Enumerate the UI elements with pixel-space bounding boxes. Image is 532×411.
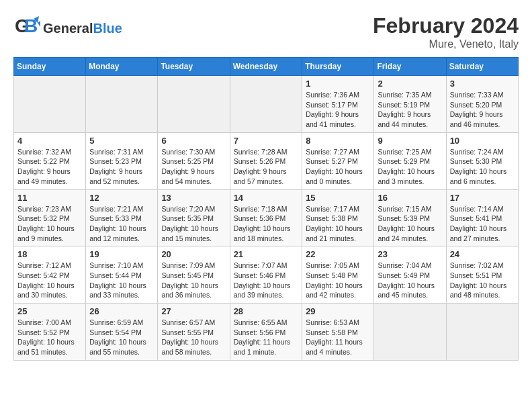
day-info: Sunrise: 7:23 AM Sunset: 5:32 PM Dayligh… [17, 204, 82, 244]
day-info: Sunrise: 7:10 AM Sunset: 5:44 PM Dayligh… [89, 261, 154, 300]
day-number: 8 [306, 136, 370, 146]
svg-marker-3 [38, 20, 40, 27]
day-number: 4 [17, 136, 82, 146]
day-number: 21 [234, 249, 299, 259]
day-number: 13 [161, 193, 226, 203]
day-info: Sunrise: 7:20 AM Sunset: 5:35 PM Dayligh… [161, 204, 226, 244]
calendar-cell [86, 76, 158, 133]
day-info: Sunrise: 7:35 AM Sunset: 5:19 PM Dayligh… [378, 90, 442, 130]
weekday-header-row: SundayMondayTuesdayWednesdayThursdayFrid… [14, 58, 519, 76]
calendar-cell: 12Sunrise: 7:21 AM Sunset: 5:33 PM Dayli… [86, 189, 158, 246]
day-info: Sunrise: 6:59 AM Sunset: 5:54 PM Dayligh… [89, 318, 154, 357]
calendar-cell: 29Sunrise: 6:53 AM Sunset: 5:58 PM Dayli… [302, 304, 374, 361]
calendar-cell [158, 76, 230, 133]
calendar-cell: 4Sunrise: 7:32 AM Sunset: 5:22 PM Daylig… [14, 132, 86, 189]
day-info: Sunrise: 7:31 AM Sunset: 5:23 PM Dayligh… [89, 147, 154, 187]
day-number: 3 [450, 79, 515, 89]
day-number: 10 [450, 136, 515, 146]
calendar-cell: 17Sunrise: 7:14 AM Sunset: 5:41 PM Dayli… [446, 189, 518, 246]
weekday-header-tuesday: Tuesday [158, 58, 230, 76]
day-info: Sunrise: 7:21 AM Sunset: 5:33 PM Dayligh… [89, 204, 154, 244]
calendar-cell: 28Sunrise: 6:55 AM Sunset: 5:56 PM Dayli… [230, 304, 302, 361]
calendar-cell: 7Sunrise: 7:28 AM Sunset: 5:26 PM Daylig… [230, 132, 302, 189]
month-year: February 2024 [373, 13, 519, 38]
day-info: Sunrise: 7:24 AM Sunset: 5:30 PM Dayligh… [450, 147, 515, 187]
calendar-cell: 11Sunrise: 7:23 AM Sunset: 5:32 PM Dayli… [14, 189, 86, 246]
weekday-header-saturday: Saturday [446, 58, 518, 76]
calendar-cell: 3Sunrise: 7:33 AM Sunset: 5:20 PM Daylig… [446, 76, 518, 133]
day-info: Sunrise: 6:57 AM Sunset: 5:55 PM Dayligh… [161, 318, 226, 357]
calendar-cell: 16Sunrise: 7:15 AM Sunset: 5:39 PM Dayli… [374, 189, 446, 246]
day-number: 6 [161, 136, 226, 146]
calendar-cell: 15Sunrise: 7:17 AM Sunset: 5:38 PM Dayli… [302, 189, 374, 246]
day-number: 26 [89, 306, 154, 316]
calendar-week-5: 25Sunrise: 7:00 AM Sunset: 5:52 PM Dayli… [14, 304, 519, 361]
day-info: Sunrise: 6:55 AM Sunset: 5:56 PM Dayligh… [234, 318, 299, 357]
calendar-cell: 20Sunrise: 7:09 AM Sunset: 5:45 PM Dayli… [158, 246, 230, 304]
day-info: Sunrise: 7:32 AM Sunset: 5:22 PM Dayligh… [17, 147, 82, 187]
day-number: 16 [378, 193, 442, 203]
calendar-cell [230, 76, 302, 133]
calendar-cell: 9Sunrise: 7:25 AM Sunset: 5:29 PM Daylig… [374, 132, 446, 189]
day-number: 9 [378, 136, 442, 146]
calendar-week-1: 1Sunrise: 7:36 AM Sunset: 5:17 PM Daylig… [14, 76, 519, 133]
day-number: 14 [234, 193, 299, 203]
day-number: 17 [450, 193, 515, 203]
day-info: Sunrise: 7:04 AM Sunset: 5:49 PM Dayligh… [378, 261, 442, 300]
day-number: 19 [89, 249, 154, 259]
calendar-week-2: 4Sunrise: 7:32 AM Sunset: 5:22 PM Daylig… [14, 132, 519, 189]
day-number: 15 [306, 193, 370, 203]
calendar-week-4: 18Sunrise: 7:12 AM Sunset: 5:42 PM Dayli… [14, 246, 519, 304]
page-header: G B GeneralBlue February 2024 Mure, Vene… [13, 13, 519, 50]
day-info: Sunrise: 7:02 AM Sunset: 5:51 PM Dayligh… [450, 261, 515, 300]
day-number: 22 [306, 249, 370, 259]
day-number: 1 [306, 79, 370, 89]
calendar-cell: 13Sunrise: 7:20 AM Sunset: 5:35 PM Dayli… [158, 189, 230, 246]
day-info: Sunrise: 7:27 AM Sunset: 5:27 PM Dayligh… [306, 147, 370, 187]
calendar-cell: 8Sunrise: 7:27 AM Sunset: 5:27 PM Daylig… [302, 132, 374, 189]
day-number: 24 [450, 249, 515, 259]
day-info: Sunrise: 7:36 AM Sunset: 5:17 PM Dayligh… [306, 90, 370, 130]
calendar-week-3: 11Sunrise: 7:23 AM Sunset: 5:32 PM Dayli… [14, 189, 519, 246]
weekday-header-sunday: Sunday [14, 58, 86, 76]
calendar-cell [446, 304, 518, 361]
calendar-cell: 2Sunrise: 7:35 AM Sunset: 5:19 PM Daylig… [374, 76, 446, 133]
day-info: Sunrise: 7:33 AM Sunset: 5:20 PM Dayligh… [450, 90, 515, 130]
day-number: 11 [17, 193, 82, 203]
location: Mure, Veneto, Italy [373, 38, 519, 50]
day-number: 20 [161, 249, 226, 259]
logo-general: General [43, 21, 93, 36]
weekday-header-thursday: Thursday [302, 58, 374, 76]
weekday-header-friday: Friday [374, 58, 446, 76]
day-number: 28 [234, 306, 299, 316]
title-block: February 2024 Mure, Veneto, Italy [373, 13, 519, 50]
day-info: Sunrise: 7:00 AM Sunset: 5:52 PM Dayligh… [17, 318, 82, 357]
calendar-cell: 21Sunrise: 7:07 AM Sunset: 5:46 PM Dayli… [230, 246, 302, 304]
day-info: Sunrise: 7:30 AM Sunset: 5:25 PM Dayligh… [161, 147, 226, 187]
calendar-cell [14, 76, 86, 133]
weekday-header-wednesday: Wednesday [230, 58, 302, 76]
day-number: 18 [17, 249, 82, 259]
day-info: Sunrise: 7:12 AM Sunset: 5:42 PM Dayligh… [17, 261, 82, 300]
calendar-cell: 14Sunrise: 7:18 AM Sunset: 5:36 PM Dayli… [230, 189, 302, 246]
calendar-cell: 26Sunrise: 6:59 AM Sunset: 5:54 PM Dayli… [86, 304, 158, 361]
calendar-cell: 6Sunrise: 7:30 AM Sunset: 5:25 PM Daylig… [158, 132, 230, 189]
calendar-cell: 23Sunrise: 7:04 AM Sunset: 5:49 PM Dayli… [374, 246, 446, 304]
calendar-cell [374, 304, 446, 361]
calendar-cell: 5Sunrise: 7:31 AM Sunset: 5:23 PM Daylig… [86, 132, 158, 189]
calendar-cell: 1Sunrise: 7:36 AM Sunset: 5:17 PM Daylig… [302, 76, 374, 133]
day-info: Sunrise: 7:18 AM Sunset: 5:36 PM Dayligh… [234, 204, 299, 244]
day-number: 5 [89, 136, 154, 146]
weekday-header-monday: Monday [86, 58, 158, 76]
day-number: 29 [306, 306, 370, 316]
day-info: Sunrise: 7:17 AM Sunset: 5:38 PM Dayligh… [306, 204, 370, 244]
calendar-cell: 10Sunrise: 7:24 AM Sunset: 5:30 PM Dayli… [446, 132, 518, 189]
day-number: 2 [378, 79, 442, 89]
day-info: Sunrise: 7:25 AM Sunset: 5:29 PM Dayligh… [378, 147, 442, 187]
calendar-cell: 18Sunrise: 7:12 AM Sunset: 5:42 PM Dayli… [14, 246, 86, 304]
calendar-table: SundayMondayTuesdayWednesdayThursdayFrid… [13, 57, 519, 361]
day-info: Sunrise: 7:07 AM Sunset: 5:46 PM Dayligh… [234, 261, 299, 300]
day-number: 7 [234, 136, 299, 146]
calendar-cell: 24Sunrise: 7:02 AM Sunset: 5:51 PM Dayli… [446, 246, 518, 304]
day-number: 25 [17, 306, 82, 316]
